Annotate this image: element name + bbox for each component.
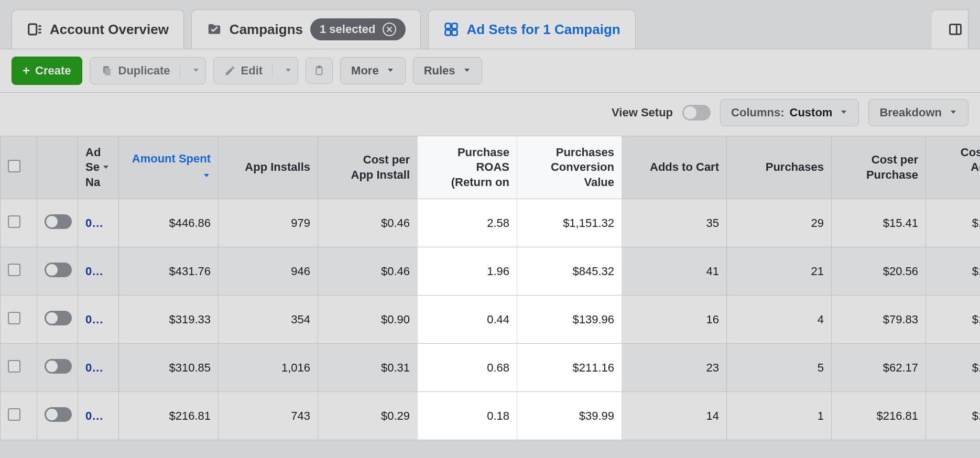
tab-ads-truncated[interactable]	[932, 9, 968, 49]
checkbox-all[interactable]	[8, 160, 20, 172]
adset-name-link[interactable]: 0…	[85, 409, 103, 422]
cell-adds-to-cart: 23	[622, 344, 727, 392]
col-purchase-roas[interactable]: PurchaseROAS(Return on	[418, 136, 517, 199]
cell-checkbox[interactable]	[1, 344, 37, 392]
row-status-toggle[interactable]	[45, 407, 72, 422]
adset-name-link[interactable]: 0…	[85, 216, 103, 230]
cell-toggle[interactable]	[37, 247, 78, 296]
cell-purchase-roas: 0.18	[418, 392, 517, 440]
cell-name[interactable]: 0…	[78, 392, 119, 440]
cell-purchases: 4	[727, 296, 832, 344]
row-checkbox[interactable]	[8, 215, 20, 228]
button-label: More	[351, 64, 379, 78]
col-checkbox[interactable]	[1, 136, 37, 199]
cell-name[interactable]: 0…	[78, 199, 119, 247]
adset-name-link[interactable]: 0…	[85, 265, 103, 278]
cell-app-installs: 743	[219, 392, 318, 440]
create-button[interactable]: + Create	[12, 57, 82, 85]
clipboard-icon	[313, 64, 325, 77]
row-status-toggle[interactable]	[45, 263, 72, 277]
svg-rect-9	[452, 30, 458, 35]
chevron-down-icon	[840, 106, 848, 119]
row-status-toggle[interactable]	[45, 214, 72, 229]
cell-adds-to-cart: 35	[622, 199, 727, 247]
cell-cost-per-add-to-cart: $15.49	[926, 392, 981, 440]
row-status-toggle[interactable]	[45, 359, 72, 374]
cell-cost-per-purchase: $62.17	[832, 344, 926, 392]
cell-checkbox[interactable]	[1, 199, 37, 247]
chevron-down-icon[interactable]	[192, 64, 200, 78]
cell-adds-to-cart: 41	[622, 247, 727, 296]
pencil-icon	[224, 65, 236, 77]
close-icon[interactable]	[383, 23, 396, 36]
adsets-table-wrap: Ad Se Na Amount Spent App Installs Cost …	[0, 136, 980, 440]
cell-cost-per-add-to-cart: $12.77	[926, 199, 981, 247]
cell-toggle[interactable]	[37, 296, 78, 344]
cell-adds-to-cart: 16	[622, 296, 727, 344]
columns-button[interactable]: Columns: Custom	[720, 99, 859, 126]
tab-label: Account Overview	[50, 21, 169, 38]
cell-purchases-conversion-value: $139.96	[517, 296, 622, 344]
svg-rect-7	[452, 24, 458, 29]
chevron-down-icon	[949, 106, 957, 119]
view-setup-toggle[interactable]	[682, 105, 711, 121]
svg-rect-15	[318, 66, 321, 68]
chevron-down-icon	[386, 64, 395, 78]
col-app-installs[interactable]: App Installs	[219, 136, 318, 199]
adset-name-link[interactable]: 0…	[85, 313, 103, 326]
chevron-down-icon[interactable]	[284, 64, 292, 78]
cell-checkbox[interactable]	[1, 247, 37, 296]
breakdown-button[interactable]: Breakdown	[868, 99, 968, 126]
tab-campaigns[interactable]: Campaigns 1 selected	[191, 9, 421, 49]
col-cost-per-install[interactable]: Cost perApp Install	[318, 136, 418, 199]
row-checkbox[interactable]	[8, 312, 20, 324]
cell-toggle[interactable]	[37, 344, 78, 392]
cell-cost-per-purchase: $20.56	[832, 247, 926, 296]
tab-account-overview[interactable]: Account Overview	[12, 9, 184, 49]
table-row: 0… $431.76 946 $0.46 1.96 $845.32 41 21 …	[1, 247, 981, 296]
col-purchases[interactable]: Purchases	[727, 136, 832, 199]
cell-toggle[interactable]	[37, 392, 78, 440]
col-adds-to-cart[interactable]: Adds to Cart	[622, 136, 727, 199]
cell-cost-per-add-to-cart: $19.96	[926, 296, 981, 344]
row-checkbox[interactable]	[8, 360, 20, 373]
cell-name[interactable]: 0…	[78, 344, 119, 392]
cell-purchase-roas: 1.96	[418, 247, 517, 296]
adset-name-link[interactable]: 0…	[85, 361, 103, 374]
cell-name[interactable]: 0…	[78, 296, 119, 344]
cell-checkbox[interactable]	[1, 296, 37, 344]
folder-check-icon	[206, 21, 222, 37]
clipboard-button[interactable]	[306, 58, 333, 84]
cell-toggle[interactable]	[37, 199, 78, 247]
row-checkbox[interactable]	[8, 264, 20, 276]
view-setup-label: View Setup	[612, 106, 673, 119]
view-options-bar: View Setup Columns: Custom Breakdown	[0, 93, 980, 136]
cell-amount-spent: $319.33	[119, 296, 219, 344]
rules-button[interactable]: Rules	[413, 57, 482, 84]
grid-icon	[443, 21, 459, 37]
cell-amount-spent: $310.85	[119, 344, 219, 392]
col-cost-per-add-to-cart[interactable]: Cost perAdd toCart	[926, 136, 981, 199]
cell-checkbox[interactable]	[1, 392, 37, 440]
adsets-table: Ad Se Na Amount Spent App Installs Cost …	[0, 136, 980, 440]
cell-purchases-conversion-value: $1,151.32	[517, 199, 622, 247]
cell-cost-per-purchase: $15.41	[832, 199, 926, 247]
col-amount-spent[interactable]: Amount Spent	[119, 136, 219, 199]
edit-button[interactable]: Edit	[213, 57, 299, 84]
row-checkbox[interactable]	[8, 408, 20, 421]
cell-cost-per-install: $0.90	[318, 296, 418, 344]
table-row: 0… $319.33 354 $0.90 0.44 $139.96 16 4 $…	[1, 296, 981, 344]
cell-amount-spent: $216.81	[119, 392, 219, 440]
duplicate-button[interactable]: Duplicate	[90, 57, 206, 84]
col-purchases-conversion-value[interactable]: PurchasesConversionValue	[517, 136, 622, 199]
col-cost-per-purchase[interactable]: Cost perPurchase	[832, 136, 926, 199]
cell-cost-per-add-to-cart: $13.52	[926, 344, 981, 392]
col-ad-set-name[interactable]: Ad Se Na	[78, 136, 119, 199]
cell-purchases-conversion-value: $39.99	[517, 392, 622, 440]
cell-purchase-roas: 0.44	[418, 296, 517, 344]
cell-name[interactable]: 0…	[78, 247, 119, 296]
row-status-toggle[interactable]	[45, 311, 72, 325]
more-button[interactable]: More	[340, 57, 406, 84]
tab-ad-sets[interactable]: Ad Sets for 1 Campaign	[428, 9, 635, 49]
cell-purchase-roas: 2.58	[418, 199, 517, 247]
